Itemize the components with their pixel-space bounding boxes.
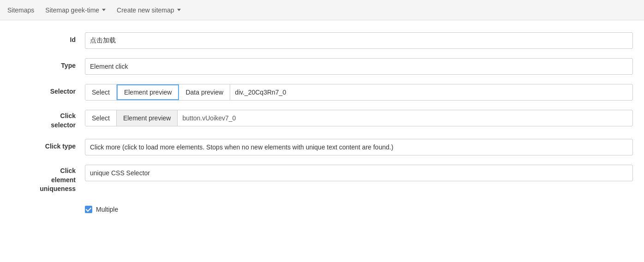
id-row: Id xyxy=(0,28,644,54)
click-selector-group: Select Element preview button.vUoikev7_0 xyxy=(85,110,633,126)
selector-label: Selector xyxy=(11,84,85,95)
click-selector-element-preview-button[interactable]: Element preview xyxy=(117,110,178,126)
click-element-uniqueness-input[interactable] xyxy=(85,165,633,181)
multiple-checkbox[interactable] xyxy=(85,206,92,213)
click-type-row: Click type Click more (click to load mor… xyxy=(0,134,644,160)
sitemaps-nav-label: Sitemaps xyxy=(7,6,34,14)
id-input[interactable] xyxy=(85,32,633,49)
top-nav: Sitemaps Sitemap geek-time Create new si… xyxy=(0,0,644,20)
click-selector-value: button.vUoikev7_0 xyxy=(178,112,632,125)
selector-row: Selector Select Element preview Data pre… xyxy=(0,79,644,105)
click-selector-select-button[interactable]: Select xyxy=(85,110,117,126)
type-row: Type xyxy=(0,54,644,79)
click-element-uniqueness-row: Click element uniqueness xyxy=(0,160,644,198)
click-type-label: Click type xyxy=(11,139,85,150)
main-content: Id Type Selector Select Element preview … xyxy=(0,20,644,262)
selector-group: Select Element preview Data preview div.… xyxy=(85,84,633,101)
create-sitemap-nav-item[interactable]: Create new sitemap xyxy=(117,2,181,18)
click-element-uniqueness-label: Click element uniqueness xyxy=(11,165,85,194)
create-sitemap-chevron-icon xyxy=(177,9,181,11)
type-input[interactable] xyxy=(85,58,633,75)
click-type-value: Click more (click to load more elements.… xyxy=(85,139,633,155)
create-sitemap-label: Create new sitemap xyxy=(117,6,174,14)
type-label: Type xyxy=(11,58,85,69)
multiple-label: Multiple xyxy=(96,206,118,213)
click-selector-row: Click selector Select Element preview bu… xyxy=(0,105,644,134)
sitemap-name-label: Sitemap geek-time xyxy=(45,6,99,14)
selector-data-preview-button[interactable]: Data preview xyxy=(179,84,230,100)
multiple-row: Multiple xyxy=(0,198,644,220)
selector-element-preview-button[interactable]: Element preview xyxy=(117,84,179,100)
sitemap-name-chevron-icon xyxy=(102,9,106,11)
id-label: Id xyxy=(11,32,85,43)
selector-value: div._20Cq3Rn7_0 xyxy=(230,86,632,99)
click-selector-label: Click selector xyxy=(11,110,85,130)
selector-select-button[interactable]: Select xyxy=(85,84,117,100)
sitemaps-nav-item[interactable]: Sitemaps xyxy=(7,2,34,18)
sitemap-name-nav-item[interactable]: Sitemap geek-time xyxy=(45,2,106,18)
